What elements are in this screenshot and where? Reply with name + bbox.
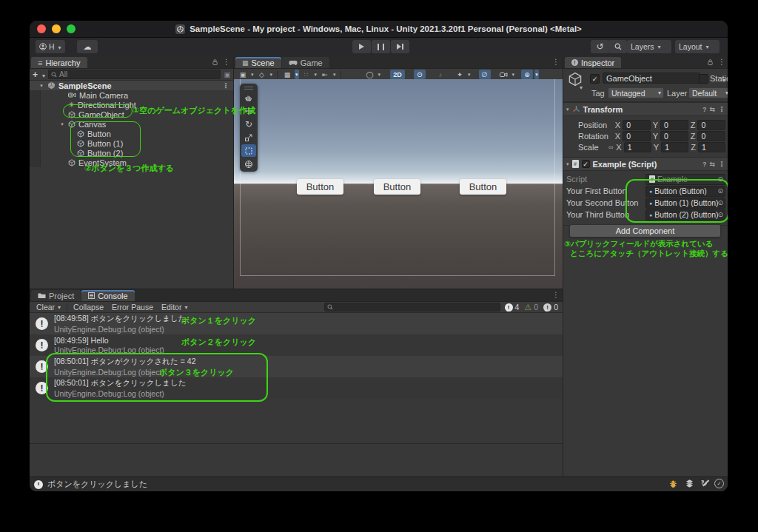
foldout-icon[interactable]	[59, 121, 65, 127]
console-search-input[interactable]	[324, 303, 500, 312]
cache-server-icon[interactable]	[685, 479, 694, 488]
editor-button[interactable]: Editor	[158, 303, 191, 312]
position-x-field[interactable]: 0	[623, 120, 651, 130]
clear-button[interactable]: Clear	[33, 303, 64, 312]
grid-visibility-icon[interactable]	[281, 70, 293, 79]
hierarchy-row-gameobject[interactable]: GameObject	[30, 110, 233, 119]
create-object-button[interactable]	[33, 70, 38, 80]
create-object-caret-icon[interactable]	[41, 70, 45, 79]
help-icon[interactable]	[702, 106, 707, 113]
help-icon[interactable]	[702, 161, 707, 168]
scene-picker-icon[interactable]	[224, 71, 230, 78]
search-button[interactable]	[608, 40, 627, 53]
tab-inspector[interactable]: ! Inspector	[565, 57, 621, 68]
effects-toggle-icon[interactable]	[454, 70, 466, 79]
lock-icon[interactable]	[212, 58, 218, 66]
collapse-button[interactable]: Collapse	[70, 303, 107, 312]
snap-settings-icon[interactable]	[301, 70, 312, 79]
tag-dropdown[interactable]: Untagged	[608, 87, 664, 98]
snap-settings-caret-icon[interactable]	[314, 70, 318, 79]
minimize-window-button[interactable]	[52, 24, 61, 33]
shading-mode-icon[interactable]	[256, 70, 268, 79]
camera-caret-icon[interactable]	[512, 70, 516, 79]
foldout-icon[interactable]	[38, 83, 44, 89]
code-compile-status-icon[interactable]	[714, 479, 724, 488]
foldout-icon[interactable]	[566, 161, 569, 167]
static-caret-icon[interactable]	[721, 75, 725, 84]
warning-count-toggle[interactable]: 0	[524, 303, 538, 312]
pause-button[interactable]	[372, 40, 390, 53]
close-window-button[interactable]	[37, 24, 46, 33]
move-snap-icon[interactable]	[319, 70, 331, 79]
grid-visibility-caret-icon[interactable]	[295, 70, 299, 79]
scene-audio-toggle-icon[interactable]	[435, 70, 446, 79]
account-button[interactable]: H	[36, 40, 65, 53]
position-z-field[interactable]: 0	[697, 120, 725, 130]
log-entry-2[interactable]: ! [08:49:59] Hello UnityEngine.Debug:Log…	[30, 334, 563, 356]
hierarchy-search-input[interactable]: All	[48, 70, 221, 79]
active-checkbox[interactable]	[590, 74, 600, 84]
hierarchy-row-canvas[interactable]: Canvas	[30, 119, 233, 129]
inspector-menu-icon[interactable]	[718, 58, 725, 66]
skybox-toggle-icon[interactable]	[364, 70, 376, 79]
play-button[interactable]	[352, 40, 371, 53]
rotate-tool-button[interactable]	[241, 118, 256, 130]
scale-z-field[interactable]: 1	[698, 142, 725, 152]
scene-row-menu-icon[interactable]	[222, 81, 229, 90]
rotation-x-field[interactable]: 0	[623, 131, 651, 141]
scene-ui-button-1[interactable]: Button	[297, 179, 343, 195]
hierarchy-row-scene[interactable]: SampleScene	[30, 81, 233, 90]
foldout-icon[interactable]	[566, 107, 569, 112]
gizmos-caret-icon[interactable]	[534, 70, 539, 79]
skybox-caret-icon[interactable]	[378, 70, 382, 79]
rotation-y-field[interactable]: 0	[660, 131, 688, 141]
rotation-z-field[interactable]: 0	[697, 131, 725, 141]
object-picker-icon[interactable]	[717, 187, 723, 195]
rect-tool-button[interactable]	[241, 144, 256, 157]
presets-icon[interactable]	[709, 161, 715, 168]
scene-ui-button-3[interactable]: Button	[460, 179, 506, 195]
hierarchy-row-button[interactable]: Button	[30, 129, 233, 138]
hand-tool-button[interactable]	[241, 91, 256, 104]
debugger-icon[interactable]	[668, 479, 678, 488]
scale-x-field[interactable]: 1	[624, 142, 651, 152]
draw-mode-icon[interactable]	[237, 70, 249, 79]
log-entry-4[interactable]: ! [08:50:01] ボタンをクリックしました UnityEngine.De…	[30, 377, 563, 399]
overlay-drag-handle[interactable]	[240, 85, 258, 90]
shading-mode-caret-icon[interactable]	[269, 70, 274, 79]
object-picker-icon[interactable]	[717, 199, 723, 206]
hidden-objects-toggle-icon[interactable]	[479, 70, 491, 79]
info-count-toggle[interactable]: !4	[505, 303, 520, 312]
console-split-divider[interactable]	[30, 443, 563, 444]
static-checkbox[interactable]	[699, 74, 708, 84]
example-script-component-header[interactable]: # Example (Script)	[563, 157, 728, 171]
gameobject-icon-caret[interactable]	[578, 82, 583, 91]
tab-hierarchy[interactable]: Hierarchy	[31, 57, 87, 68]
layout-dropdown[interactable]: Layout	[675, 40, 720, 53]
step-button[interactable]	[391, 40, 409, 53]
move-snap-caret-icon[interactable]	[332, 70, 337, 79]
layer-dropdown[interactable]: Default	[688, 87, 728, 98]
draw-mode-caret-icon[interactable]	[250, 70, 255, 79]
layers-dropdown[interactable]: Layers	[627, 40, 671, 53]
error-count-toggle[interactable]: !0	[543, 303, 558, 312]
hierarchy-row-main-camera[interactable]: Main Camera	[30, 90, 233, 100]
scene-camera-settings-icon[interactable]	[498, 70, 510, 79]
zoom-window-button[interactable]	[67, 24, 76, 33]
cloud-services-button[interactable]	[77, 40, 98, 53]
second-button-object-field[interactable]: Button (1) (Button)	[645, 198, 725, 209]
object-picker-icon[interactable]	[717, 175, 723, 183]
script-object-field[interactable]: # Example	[645, 174, 725, 185]
log-entry-1[interactable]: ! [08:49:58] ボタンをクリックしました UnityEngine.De…	[30, 313, 563, 334]
transform-component-header[interactable]: Transform	[563, 102, 728, 116]
first-button-object-field[interactable]: Button (Button)	[645, 186, 725, 197]
position-y-field[interactable]: 0	[660, 120, 688, 130]
tab-game[interactable]: Game	[282, 57, 329, 68]
status-message[interactable]: ボタンをクリックしました	[47, 479, 147, 490]
script-enabled-checkbox[interactable]	[582, 160, 590, 168]
transform-tool-button[interactable]	[241, 158, 256, 170]
2d-toggle-button[interactable]: 2D	[390, 70, 405, 79]
hierarchy-row-directional-light[interactable]: Directional Light	[30, 100, 233, 110]
gizmos-toggle-icon[interactable]	[521, 70, 533, 79]
presets-icon[interactable]	[709, 106, 715, 113]
